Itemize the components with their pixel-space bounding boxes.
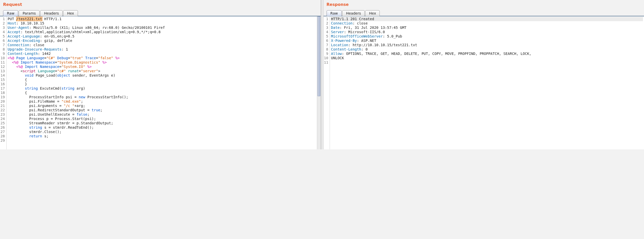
response-panel: Response RawHeadersHex 1 2 3 4 5 6 7 8 9… <box>324 0 644 149</box>
request-title: Request <box>0 0 321 8</box>
response-title: Response <box>324 0 644 8</box>
request-editor[interactable]: 1 2 3 4 5 6 7 8 9 10 11 12 13 14 15 16 1… <box>0 16 321 149</box>
request-tab-headers[interactable]: Headers <box>40 10 63 16</box>
request-scrollbar[interactable] <box>317 16 321 149</box>
response-tabs: RawHeadersHex <box>324 8 644 16</box>
request-tab-params[interactable]: Params <box>19 10 40 16</box>
request-panel: Request RawParamsHeadersHex 1 2 3 4 5 6 … <box>0 0 321 149</box>
split-container: Request RawParamsHeadersHex 1 2 3 4 5 6 … <box>0 0 644 149</box>
request-gutter: 1 2 3 4 5 6 7 8 9 10 11 12 13 14 15 16 1… <box>0 16 7 149</box>
response-code[interactable]: HTTP/1.1 201 CreatedConnection: closeDat… <box>330 16 644 149</box>
response-tab-hex[interactable]: Hex <box>365 10 380 16</box>
request-tabs: RawParamsHeadersHex <box>0 8 321 16</box>
response-tab-raw[interactable]: Raw <box>327 10 342 16</box>
split-divider[interactable] <box>321 0 324 149</box>
response-editor[interactable]: 1 2 3 4 5 6 7 8 9 10 11 HTTP/1.1 201 Cre… <box>324 16 644 149</box>
request-tab-raw[interactable]: Raw <box>3 10 18 16</box>
response-gutter: 1 2 3 4 5 6 7 8 9 10 11 <box>324 16 330 149</box>
response-tab-headers[interactable]: Headers <box>342 10 365 16</box>
request-tab-hex[interactable]: Hex <box>63 10 78 16</box>
request-scroll-thumb[interactable] <box>317 16 320 96</box>
request-code[interactable]: PUT /test221.txt HTTP/1.1Host: 10.10.10.… <box>7 16 317 149</box>
